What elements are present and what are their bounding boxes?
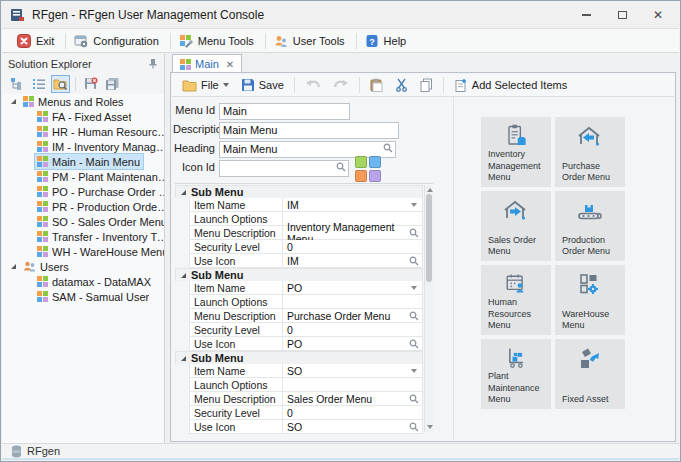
submenu-section-header[interactable]: Sub Menu bbox=[175, 268, 423, 281]
item-name-value[interactable]: SO bbox=[283, 364, 423, 378]
cut-button[interactable] bbox=[391, 76, 412, 94]
exit-label: Exit bbox=[36, 35, 54, 47]
user-tools-button[interactable]: User Tools bbox=[269, 31, 353, 51]
launch-options-value[interactable] bbox=[283, 295, 423, 309]
menu-tools-button[interactable]: Menu Tools bbox=[174, 31, 262, 51]
tree-item-fa[interactable]: FA - Fixed Asset bbox=[2, 109, 164, 124]
search-icon[interactable] bbox=[336, 162, 346, 172]
help-button[interactable]: ? Help bbox=[360, 31, 415, 51]
description-label: Description bbox=[173, 123, 215, 135]
scroll-down-icon[interactable] bbox=[427, 425, 433, 429]
security-level-value[interactable]: 0 bbox=[283, 240, 423, 254]
menu-description-value[interactable]: Purchase Order Menu bbox=[283, 309, 423, 323]
tab-close-icon[interactable]: ✕ bbox=[226, 59, 234, 70]
tree-item-users[interactable]: Users bbox=[2, 259, 164, 274]
paste-button[interactable] bbox=[366, 76, 387, 94]
tree-item-main[interactable]: Main - Main Menu bbox=[2, 154, 164, 169]
tile-sales-order[interactable]: Sales Order Menu bbox=[481, 191, 551, 261]
launch-options-value[interactable] bbox=[283, 378, 423, 392]
search-icon[interactable] bbox=[409, 422, 419, 432]
tile-inventory-management[interactable]: Inventory Management Menu bbox=[481, 117, 551, 187]
search-icon[interactable] bbox=[409, 256, 419, 266]
scroll-up-icon[interactable] bbox=[427, 188, 433, 192]
search-folder-button[interactable] bbox=[51, 75, 70, 93]
dropdown-caret-icon[interactable] bbox=[411, 286, 417, 290]
tree-item-pm[interactable]: PM - Plant Maintenance M... bbox=[2, 169, 164, 184]
submenu-section-header[interactable]: Sub Menu bbox=[175, 185, 423, 198]
search-icon[interactable] bbox=[409, 339, 419, 349]
search-icon[interactable] bbox=[383, 143, 393, 153]
configuration-button[interactable]: Configuration bbox=[69, 31, 166, 51]
maximize-button[interactable] bbox=[608, 4, 636, 26]
dropdown-caret-icon[interactable] bbox=[411, 203, 417, 207]
menu-id-label: Menu Id bbox=[173, 104, 215, 116]
tab-main[interactable]: Main ✕ bbox=[172, 54, 242, 73]
tree-item-po[interactable]: PO - Purchase Order Menu bbox=[2, 184, 164, 199]
dropdown-caret-icon[interactable] bbox=[411, 369, 417, 373]
exit-button[interactable]: Exit bbox=[12, 31, 62, 51]
tree-item-menus-and-roles[interactable]: Menus and Roles bbox=[2, 94, 164, 109]
tree-item-transfer[interactable]: Transfer - Inventory Trans... bbox=[2, 229, 164, 244]
close-button[interactable]: ✕ bbox=[644, 4, 672, 26]
undo-button[interactable] bbox=[301, 77, 325, 93]
collapse-tree-button[interactable] bbox=[7, 75, 26, 93]
tree-item-datamax[interactable]: datamax - DataMAX bbox=[2, 274, 164, 289]
save-button[interactable]: Save bbox=[237, 76, 288, 94]
launch-options-label: Launch Options bbox=[189, 212, 283, 226]
use-icon-value[interactable]: SO bbox=[283, 420, 423, 434]
pin-icon[interactable] bbox=[148, 58, 158, 69]
minimize-button[interactable] bbox=[572, 4, 600, 26]
toolbar-separator bbox=[356, 33, 357, 49]
tree-item-wh[interactable]: WH - WareHouse Menu bbox=[2, 244, 164, 259]
icon-swatch-purple[interactable] bbox=[369, 170, 381, 182]
save-remove-button[interactable] bbox=[81, 75, 100, 93]
expander-icon[interactable] bbox=[11, 99, 16, 104]
submenu-section-header[interactable]: Sub Menu bbox=[175, 351, 423, 364]
paste-icon bbox=[370, 78, 383, 92]
icon-swatch-orange[interactable] bbox=[355, 170, 367, 182]
search-icon[interactable] bbox=[409, 228, 419, 238]
scrollbar-thumb[interactable] bbox=[426, 194, 432, 282]
menu-description-value[interactable]: Sales Order Menu bbox=[283, 392, 423, 406]
icon-swatch-green[interactable] bbox=[355, 156, 367, 168]
submenu-section-3: Sub Menu Item NameSO Launch Options Menu… bbox=[175, 351, 423, 434]
menu-description-value[interactable]: Inventory Management Menu bbox=[283, 226, 423, 240]
tree-item-sam[interactable]: SAM - Samual User bbox=[2, 289, 164, 304]
item-name-value[interactable]: PO bbox=[283, 281, 423, 295]
menu-id-input[interactable] bbox=[219, 103, 350, 120]
add-selected-items-button[interactable]: Add Selected Items bbox=[450, 76, 571, 94]
tree-item-pr[interactable]: PR - Production Order Menu bbox=[2, 199, 164, 214]
tile-plant-maintenance[interactable]: Plant Maintenance Menu bbox=[481, 339, 551, 409]
tile-warehouse[interactable]: WareHouse Menu bbox=[555, 265, 625, 335]
vertical-scrollbar[interactable] bbox=[424, 185, 433, 432]
tile-fixed-asset[interactable]: Fixed Asset bbox=[555, 339, 625, 409]
user-grid-icon bbox=[37, 291, 48, 302]
use-icon-value[interactable]: PO bbox=[283, 337, 423, 351]
heading-input[interactable] bbox=[219, 141, 396, 158]
tree-item-hr[interactable]: HR - Human Resources M... bbox=[2, 124, 164, 139]
copy-button[interactable] bbox=[416, 76, 437, 94]
tree-item-so[interactable]: SO - Sales Order Menu bbox=[2, 214, 164, 229]
security-level-value[interactable]: 0 bbox=[283, 406, 423, 420]
icon-swatch-blue[interactable] bbox=[369, 156, 381, 168]
toolbar-separator bbox=[265, 33, 266, 49]
expander-icon[interactable] bbox=[11, 264, 16, 269]
list-view-button[interactable] bbox=[29, 75, 48, 93]
item-name-value[interactable]: IM bbox=[283, 198, 423, 212]
redo-button[interactable] bbox=[329, 77, 353, 93]
search-icon[interactable] bbox=[409, 394, 419, 404]
save-all-button[interactable] bbox=[103, 75, 122, 93]
launch-options-label: Launch Options bbox=[189, 295, 283, 309]
icon-color-picker[interactable] bbox=[355, 156, 381, 182]
security-level-value[interactable]: 0 bbox=[283, 323, 423, 337]
search-icon[interactable] bbox=[409, 311, 419, 321]
use-icon-value[interactable]: IM bbox=[283, 254, 423, 268]
tile-production-order[interactable]: Production Order Menu bbox=[555, 191, 625, 261]
tree-item-im[interactable]: IM - Inventory Manageme... bbox=[2, 139, 164, 154]
tile-purchase-order[interactable]: Purchase Order Menu bbox=[555, 117, 625, 187]
menu-grid-icon bbox=[37, 231, 48, 242]
icon-id-input[interactable] bbox=[219, 160, 349, 177]
tile-human-resources[interactable]: Human Resources Menu bbox=[481, 265, 551, 335]
file-menu-button[interactable]: File bbox=[178, 77, 233, 94]
description-input[interactable] bbox=[219, 122, 399, 139]
